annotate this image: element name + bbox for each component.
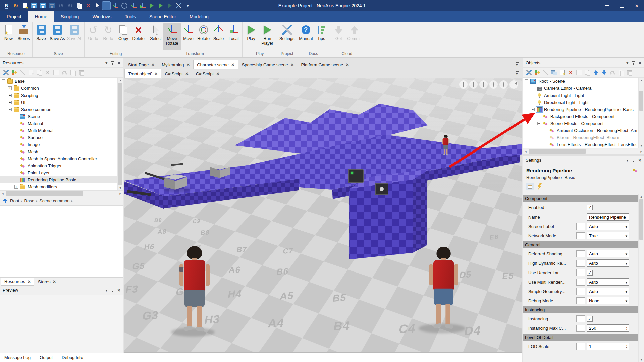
tree-item[interactable]: Paint Layer bbox=[0, 169, 117, 176]
copy-icon[interactable] bbox=[618, 70, 624, 75]
default-value-box[interactable] bbox=[576, 269, 585, 276]
close-tab-icon[interactable] bbox=[216, 71, 219, 76]
vertical-scrollbar[interactable] bbox=[117, 78, 123, 190]
ribbon-button[interactable]: Run Player bbox=[259, 23, 276, 50]
local-icon[interactable] bbox=[139, 2, 147, 10]
ribbon-button[interactable]: Stores bbox=[16, 23, 31, 50]
dropdown[interactable]: Auto bbox=[587, 288, 629, 295]
delete-icon[interactable] bbox=[45, 70, 51, 75]
tree-item[interactable]: Multi Material bbox=[0, 127, 117, 134]
document-tab[interactable]: Character.scene bbox=[193, 60, 238, 69]
tree-item[interactable]: Ambient Occlusion - RenderingEffect_Ambi… bbox=[523, 127, 638, 134]
menu-item[interactable]: Windows bbox=[86, 11, 118, 22]
tree-item[interactable]: UI bbox=[0, 99, 117, 106]
dock-tab[interactable]: Resources bbox=[1, 278, 34, 286]
ribbon-button[interactable]: New bbox=[1, 23, 16, 50]
panel-menu-icon[interactable] bbox=[626, 60, 628, 65]
close-tab-icon[interactable] bbox=[151, 62, 154, 67]
move-down-icon[interactable] bbox=[601, 70, 607, 75]
up-level-icon[interactable] bbox=[3, 198, 7, 203]
dropdown[interactable]: Auto bbox=[587, 278, 629, 286]
expand-toggle-icon[interactable] bbox=[8, 108, 12, 111]
copy-icon[interactable] bbox=[70, 70, 76, 75]
display-rect2-icon[interactable] bbox=[469, 80, 478, 89]
move-rotate-icon[interactable] bbox=[102, 2, 110, 10]
ribbon-button[interactable]: Delete bbox=[131, 23, 146, 50]
move-up-icon[interactable] bbox=[593, 70, 599, 75]
ribbon-button[interactable]: Commit bbox=[346, 23, 363, 50]
pin-icon[interactable] bbox=[111, 288, 114, 292]
tree-item[interactable]: 'Root' - Scene bbox=[523, 78, 638, 85]
object-tab[interactable]: C# Script bbox=[192, 69, 223, 78]
number-input[interactable]: 250 bbox=[587, 324, 629, 332]
edit-icon[interactable] bbox=[20, 70, 25, 75]
delete-icon[interactable] bbox=[568, 70, 574, 75]
rename-icon[interactable] bbox=[53, 70, 59, 75]
number-input[interactable]: 1 bbox=[587, 343, 629, 350]
default-value-box[interactable] bbox=[576, 260, 585, 267]
select-icon[interactable] bbox=[93, 2, 101, 10]
save-as-icon[interactable] bbox=[39, 2, 47, 10]
play-icon[interactable] bbox=[148, 2, 156, 10]
edit-icon[interactable] bbox=[543, 70, 548, 75]
document-tab[interactable]: Platform Game.scene bbox=[297, 60, 352, 69]
ribbon-button[interactable]: Save bbox=[34, 23, 49, 50]
close-icon[interactable] bbox=[638, 60, 641, 66]
move-icon[interactable] bbox=[111, 2, 119, 10]
expand-toggle-icon[interactable] bbox=[2, 79, 5, 83]
tree-item[interactable]: Directional Light - Light bbox=[523, 99, 638, 106]
default-value-box[interactable] bbox=[576, 279, 585, 286]
brightness-2-icon[interactable] bbox=[499, 80, 508, 89]
close-button[interactable] bbox=[629, 0, 644, 11]
expand-toggle-icon[interactable] bbox=[537, 122, 541, 125]
default-value-box[interactable] bbox=[576, 297, 585, 304]
tree-item[interactable]: Ambient Light - Light bbox=[523, 92, 638, 99]
status-tab[interactable]: Message Log bbox=[0, 353, 35, 362]
import-2-icon[interactable] bbox=[37, 70, 42, 75]
cut-icon[interactable] bbox=[610, 70, 615, 75]
copy-icon[interactable] bbox=[75, 2, 83, 10]
tree-item[interactable]: Surface bbox=[0, 134, 117, 141]
default-value-box[interactable] bbox=[576, 315, 585, 322]
tree-item[interactable]: Animation Trigger bbox=[0, 162, 117, 169]
dropdown[interactable]: Auto bbox=[587, 250, 629, 257]
neoaxis-logo-icon[interactable] bbox=[3, 2, 11, 10]
tab-list-icon[interactable] bbox=[516, 71, 520, 76]
delete-icon[interactable] bbox=[84, 2, 92, 10]
checkbox[interactable] bbox=[587, 270, 593, 276]
tree-item[interactable]: Mesh bbox=[0, 148, 117, 155]
default-value-box[interactable] bbox=[576, 250, 585, 257]
tree-item[interactable]: Scene bbox=[0, 113, 117, 120]
display-rect-icon[interactable] bbox=[459, 80, 468, 89]
checkbox[interactable] bbox=[587, 205, 593, 210]
save-icon[interactable] bbox=[30, 2, 38, 10]
default-value-box[interactable] bbox=[576, 325, 585, 332]
dock-tab[interactable]: Stores bbox=[35, 278, 59, 286]
paste-icon[interactable] bbox=[78, 70, 84, 75]
ribbon-button[interactable]: Manual bbox=[298, 23, 314, 50]
new-object-icon[interactable] bbox=[559, 70, 565, 75]
brightness-icon[interactable] bbox=[489, 80, 498, 89]
ribbon-button[interactable]: Redo bbox=[101, 23, 116, 50]
sync-icon[interactable] bbox=[12, 2, 20, 10]
save-all-icon[interactable] bbox=[48, 2, 56, 10]
redo-icon[interactable] bbox=[66, 2, 74, 10]
rotate-icon[interactable] bbox=[120, 2, 128, 10]
menu-item[interactable]: Tools bbox=[118, 11, 143, 22]
document-tab[interactable]: My.learning bbox=[158, 60, 193, 69]
menu-item[interactable]: Home bbox=[28, 11, 54, 22]
breadcrumb-item[interactable]: Base bbox=[24, 198, 40, 203]
run-player-icon[interactable] bbox=[157, 2, 165, 10]
close-tab-icon[interactable] bbox=[231, 62, 234, 67]
breadcrumb-item[interactable]: Scene common bbox=[39, 198, 74, 203]
windows-icon[interactable] bbox=[551, 70, 557, 75]
status-tab[interactable]: Debug Info bbox=[57, 353, 88, 362]
component-icon[interactable] bbox=[534, 70, 540, 75]
tree-item[interactable]: Scene common bbox=[0, 106, 117, 113]
pin-icon[interactable] bbox=[632, 158, 635, 162]
ribbon-button[interactable]: Move Rotate bbox=[163, 23, 181, 50]
document-tab[interactable]: Start Page bbox=[124, 60, 158, 69]
ribbon-button[interactable]: Undo bbox=[86, 23, 101, 50]
ribbon-button[interactable]: Local bbox=[226, 23, 241, 50]
horizontal-scrollbar[interactable] bbox=[523, 148, 644, 154]
